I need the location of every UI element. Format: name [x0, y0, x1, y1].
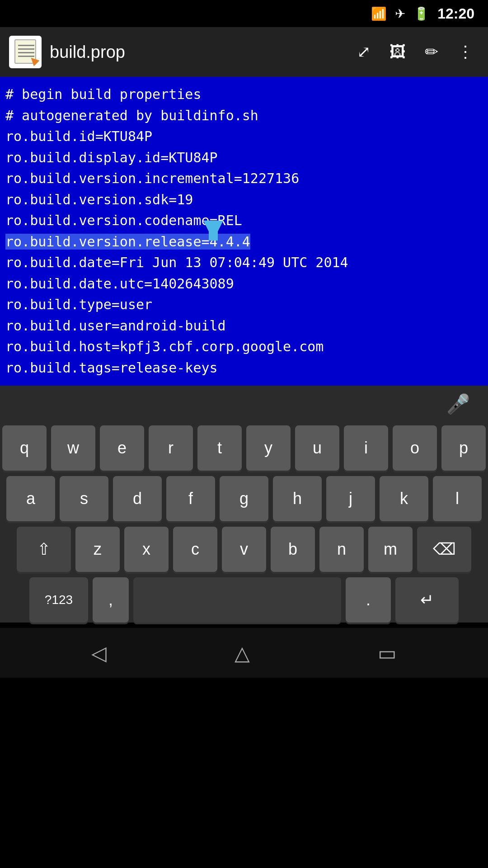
- key-l[interactable]: l: [433, 476, 482, 521]
- key-q[interactable]: q: [2, 425, 47, 471]
- key-d[interactable]: d: [113, 476, 162, 521]
- enter-key[interactable]: ↵: [395, 577, 459, 623]
- key-m[interactable]: m: [368, 527, 413, 572]
- key-y[interactable]: y: [246, 425, 291, 471]
- key-b[interactable]: b: [271, 527, 315, 572]
- key-u[interactable]: u: [295, 425, 339, 471]
- shift-button[interactable]: ⇧: [17, 527, 71, 572]
- airplane-icon: ✈: [395, 6, 405, 21]
- wifi-icon: 📶: [371, 6, 387, 21]
- key-e[interactable]: e: [100, 425, 144, 471]
- key-p[interactable]: p: [441, 425, 486, 471]
- comma-key[interactable]: ,: [93, 577, 129, 623]
- key-row-4: ?123 , . ↵: [2, 577, 486, 623]
- key-z[interactable]: z: [75, 527, 120, 572]
- back-button[interactable]: ◁: [91, 642, 107, 665]
- key-w[interactable]: w: [51, 425, 95, 471]
- key-a[interactable]: a: [6, 476, 55, 521]
- key-x[interactable]: x: [124, 527, 169, 572]
- key-row-2: a s d f g h j k l: [2, 476, 486, 521]
- mic-row: 🎤: [0, 386, 488, 422]
- backspace-button[interactable]: ⌫: [417, 527, 471, 572]
- numbers-button[interactable]: ?123: [29, 577, 88, 623]
- key-g[interactable]: g: [220, 476, 268, 521]
- status-bar: 📶 ✈ 🔋 12:20: [0, 0, 488, 27]
- key-row-3: ⇧ z x c v b n m ⌫: [2, 527, 486, 572]
- text-cursor: [203, 221, 223, 241]
- recents-button[interactable]: ▭: [378, 642, 397, 665]
- space-key[interactable]: [133, 577, 341, 623]
- file-content: # begin build properties # autogenerated…: [5, 84, 483, 378]
- overflow-button[interactable]: ⋮: [452, 39, 479, 65]
- period-key[interactable]: .: [346, 577, 391, 623]
- edit-button[interactable]: ✏: [419, 39, 444, 65]
- keys-container: q w e r t y u i o p a s d f g h j k l ⇧ …: [0, 422, 488, 623]
- line-1: # begin build properties # autogenerated…: [5, 86, 299, 228]
- key-i[interactable]: i: [344, 425, 388, 471]
- key-v[interactable]: v: [222, 527, 266, 572]
- key-n[interactable]: n: [319, 527, 364, 572]
- home-button[interactable]: △: [235, 642, 250, 665]
- mic-icon[interactable]: 🎤: [446, 393, 470, 415]
- key-row-1: q w e r t y u i o p: [2, 425, 486, 471]
- key-h[interactable]: h: [273, 476, 322, 521]
- app-title: build.prop: [50, 42, 343, 62]
- image-button[interactable]: 🖼: [384, 39, 411, 65]
- nav-bar: ◁ △ ▭: [0, 628, 488, 678]
- key-c[interactable]: c: [173, 527, 217, 572]
- key-j[interactable]: j: [326, 476, 375, 521]
- text-editor-area[interactable]: # begin build properties # autogenerated…: [0, 77, 488, 386]
- key-k[interactable]: k: [380, 476, 428, 521]
- key-r[interactable]: r: [149, 425, 193, 471]
- app-bar: build.prop ⤢ 🖼 ✏ ⋮: [0, 27, 488, 77]
- key-s[interactable]: s: [60, 476, 108, 521]
- key-f[interactable]: f: [166, 476, 215, 521]
- expand-button[interactable]: ⤢: [352, 39, 376, 65]
- line-after: ro.build.date=Fri Jun 13 07:04:49 UTC 20…: [5, 255, 348, 376]
- keyboard: 🎤 q w e r t y u i o p a s d f g h j k l: [0, 386, 488, 623]
- key-o[interactable]: o: [393, 425, 437, 471]
- key-t[interactable]: t: [197, 425, 242, 471]
- battery-icon: 🔋: [413, 6, 429, 21]
- time-display: 12:20: [437, 5, 474, 22]
- app-icon: [9, 36, 42, 68]
